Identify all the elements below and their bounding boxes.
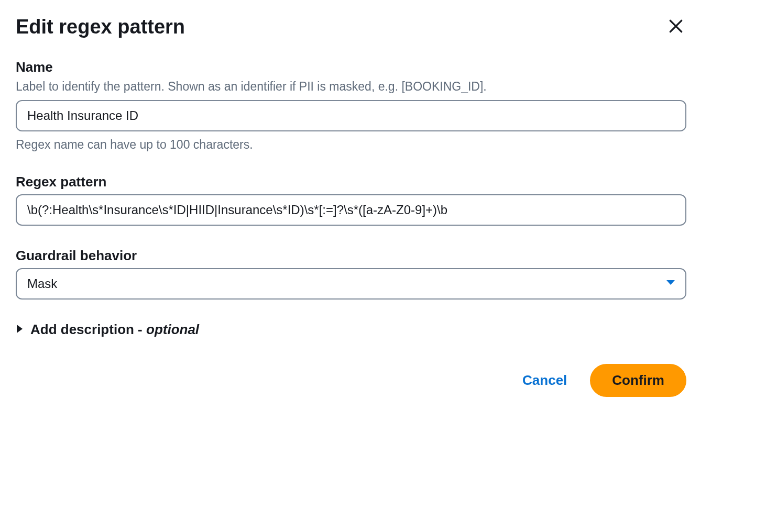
caret-right-icon	[16, 324, 24, 336]
regex-field-group: Regex pattern	[16, 174, 686, 226]
dialog-title: Edit regex pattern	[16, 16, 185, 38]
name-field-group: Name Label to identify the pattern. Show…	[16, 59, 686, 152]
close-icon	[667, 18, 684, 36]
behavior-select-wrapper: Mask	[16, 268, 686, 300]
confirm-button[interactable]: Confirm	[590, 364, 686, 397]
name-helper: Regex name can have up to 100 characters…	[16, 138, 686, 152]
add-description-label: Add description - optional	[30, 322, 199, 338]
name-description: Label to identify the pattern. Shown as …	[16, 80, 686, 94]
cancel-button[interactable]: Cancel	[518, 366, 571, 395]
dialog-footer: Cancel Confirm	[16, 364, 686, 397]
close-button[interactable]	[665, 16, 686, 38]
dialog-header: Edit regex pattern	[16, 16, 686, 38]
behavior-field-group: Guardrail behavior Mask	[16, 248, 686, 300]
behavior-select[interactable]: Mask	[16, 268, 686, 300]
name-input[interactable]	[16, 100, 686, 131]
name-label: Name	[16, 59, 686, 75]
add-description-toggle[interactable]: Add description - optional	[16, 322, 199, 338]
behavior-label: Guardrail behavior	[16, 248, 686, 264]
regex-input[interactable]	[16, 194, 686, 226]
regex-label: Regex pattern	[16, 174, 686, 190]
behavior-select-value: Mask	[27, 276, 57, 291]
edit-regex-dialog: Edit regex pattern Name Label to identif…	[16, 16, 686, 397]
